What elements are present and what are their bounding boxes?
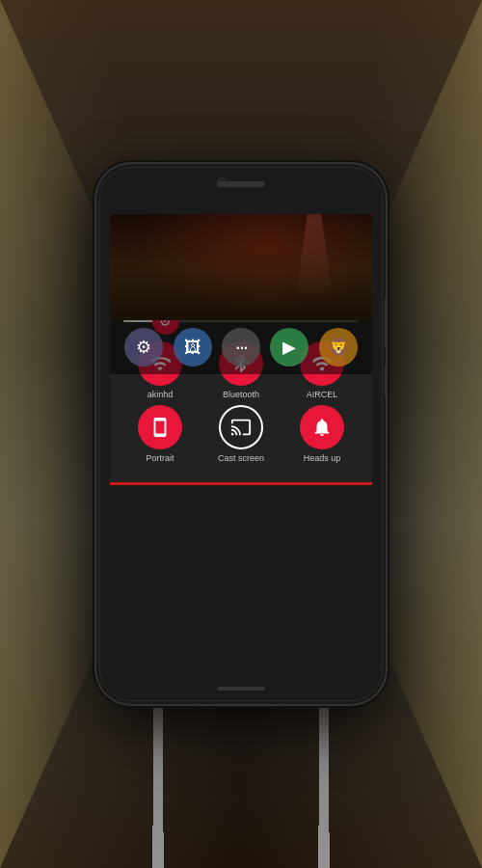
cast-icon [230, 417, 252, 438]
headsup-button[interactable] [300, 405, 344, 449]
headsup-label: Heads up [304, 453, 341, 463]
qs-item-headsup[interactable]: Heads up [288, 405, 356, 463]
bell-icon [311, 417, 333, 438]
wallpaper-area [110, 214, 372, 320]
apps-dock-icon: ··· [235, 335, 247, 360]
bluetooth-label: Bluetooth [223, 390, 259, 399]
phone-device: 87% ⚙ 😊 6:41 am Sunday 26 July 24°C - [96, 164, 386, 704]
phone-speaker [217, 181, 265, 187]
gallery-dock-icon: 🖼 [184, 338, 201, 358]
home-bar [217, 687, 265, 691]
cast-label: Cast screen [218, 453, 264, 463]
red-divider [110, 482, 372, 485]
wifi-label: akinhd [147, 390, 174, 399]
qs-item-portrait[interactable]: Portrait [126, 405, 194, 463]
qs-item-cast[interactable]: Cast screen [207, 405, 275, 463]
settings-dock-icon: ⚙ [136, 337, 151, 358]
dock-browser[interactable]: 🦁 [319, 328, 358, 366]
phone-screen: 87% ⚙ 😊 6:41 am Sunday 26 July 24°C - [110, 214, 372, 646]
cast-button[interactable] [219, 405, 263, 449]
portrait-icon [149, 417, 171, 438]
dock-apps[interactable]: ··· [222, 328, 260, 366]
qs-row-2: Portrait Cast screen [120, 405, 362, 463]
power-button[interactable] [385, 366, 386, 395]
dock-play[interactable]: ▶ [270, 328, 308, 366]
dock-settings[interactable]: ⚙ [124, 328, 163, 366]
volume-button[interactable] [385, 299, 386, 347]
app-dock: ⚙ 🖼 ··· ▶ 🦁 [110, 320, 372, 374]
dock-gallery[interactable]: 🖼 [174, 328, 212, 366]
data-label: AIRCEL [307, 390, 338, 399]
play-dock-icon: ▶ [282, 337, 296, 358]
portrait-label: Portrait [146, 453, 174, 463]
wallpaper-background [110, 214, 372, 320]
browser-dock-icon: 🦁 [328, 337, 349, 358]
portrait-button[interactable] [138, 405, 182, 449]
